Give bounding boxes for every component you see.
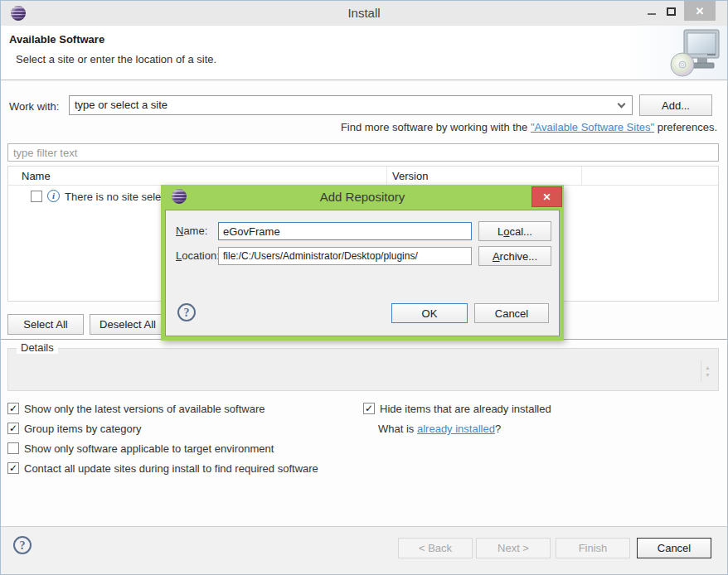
row-checkbox[interactable]	[31, 191, 42, 202]
scroll-down-icon: ▼	[705, 372, 711, 378]
checkbox-target-environment[interactable]	[7, 442, 19, 454]
column-header-name[interactable]: Name	[8, 167, 387, 185]
label-target-environment: Show only software applicable to target …	[24, 442, 274, 455]
software-update-icon	[669, 28, 721, 80]
window-title: Install	[1, 6, 727, 20]
select-all-button[interactable]: Select All	[7, 314, 84, 335]
dialog-close-icon[interactable]: ✕	[531, 186, 562, 207]
checkbox-contact-update-sites[interactable]: ✓	[7, 462, 19, 474]
work-with-combo-value: type or select a site	[75, 99, 167, 111]
checkbox-latest-versions[interactable]: ✓	[7, 403, 19, 414]
label-group-by-category: Group items by category	[24, 423, 142, 435]
info-icon: i	[47, 190, 60, 202]
local-label-rest: cal...	[510, 225, 532, 238]
column-header-version[interactable]: Version	[387, 167, 582, 185]
local-button[interactable]: Local...	[478, 221, 551, 241]
wizard-header: Available Software Select a site or ente…	[1, 26, 727, 80]
page-title: Available Software	[9, 33, 104, 46]
minimize-icon[interactable]	[648, 13, 656, 15]
dialog-help-icon[interactable]: ?	[177, 303, 196, 321]
chevron-down-icon[interactable]	[618, 100, 626, 109]
back-button: < Back	[398, 538, 473, 558]
label-latest-versions: Show only the latest versions of availab…	[24, 403, 265, 415]
details-label: Details	[17, 341, 58, 354]
location-label: Location:	[176, 249, 220, 262]
name-field[interactable]	[218, 222, 472, 240]
archive-label-rest: rchive...	[500, 250, 538, 263]
wizard-footer: ? < Back Next > Finish Cancel	[1, 526, 727, 575]
work-with-combo[interactable]: type or select a site	[69, 95, 633, 115]
name-label-mnemonic: N	[176, 225, 183, 237]
find-more-text: Find more software by working with the "…	[341, 121, 717, 133]
checkbox-hide-installed[interactable]: ✓	[363, 403, 375, 414]
next-button: Next >	[476, 538, 551, 558]
help-icon[interactable]: ?	[13, 536, 32, 554]
finish-button: Finish	[556, 538, 630, 558]
find-more-prefix: Find more software by working with the	[341, 121, 531, 133]
already-installed-link[interactable]: already installed	[417, 423, 495, 435]
scroll-up-icon: ▲	[705, 365, 711, 370]
work-with-label: Work with:	[9, 100, 59, 113]
ok-button[interactable]: OK	[391, 303, 468, 323]
install-wizard-window: Install ✕ Available Software Select a si…	[0, 0, 728, 575]
add-repository-dialog: Add Repository ✕ Name: Local... Location…	[161, 185, 564, 341]
available-software-sites-link[interactable]: "Available Software Sites"	[531, 121, 654, 133]
name-label: Name:	[176, 225, 207, 237]
add-button[interactable]: Add...	[639, 94, 712, 116]
page-subtitle: Select a site or enter the location of a…	[16, 53, 216, 65]
location-field[interactable]	[218, 247, 472, 265]
label-contact-update-sites: Contact all update sites during install …	[24, 462, 318, 475]
window-titlebar: Install ✕	[1, 1, 727, 26]
cancel-button[interactable]: Cancel	[637, 538, 711, 558]
local-label-pre: L	[497, 225, 503, 238]
close-icon[interactable]: ✕	[684, 1, 716, 21]
local-label-mnemonic: o	[503, 225, 509, 238]
what-is-prefix: What is	[378, 423, 417, 435]
label-hide-installed: Hide items that are already installed	[380, 403, 551, 415]
details-group: Details ▲ ▼	[7, 348, 719, 391]
name-label-rest: ame:	[183, 225, 207, 237]
find-more-suffix: preferences.	[654, 121, 717, 133]
table-header: Name Version	[8, 167, 718, 186]
what-is-text: What is already installed?	[378, 423, 501, 435]
what-is-suffix: ?	[495, 423, 501, 435]
dialog-cancel-button[interactable]: Cancel	[474, 303, 549, 323]
maximize-icon[interactable]	[667, 7, 676, 16]
details-scrollbar: ▲ ▼	[701, 360, 714, 382]
archive-button[interactable]: Archive...	[478, 246, 551, 266]
archive-label-mnemonic: A	[493, 250, 500, 263]
location-label-rest: ocation:	[182, 249, 220, 262]
dialog-title: Add Repository	[161, 190, 564, 204]
checkbox-group-by-category[interactable]: ✓	[7, 423, 19, 434]
row-label: There is no site selecte	[65, 191, 176, 203]
dialog-body: Name: Local... Location: Archive... ? OK…	[165, 210, 560, 336]
deselect-all-button[interactable]: Deselect All	[90, 314, 166, 335]
filter-input[interactable]	[7, 143, 719, 162]
